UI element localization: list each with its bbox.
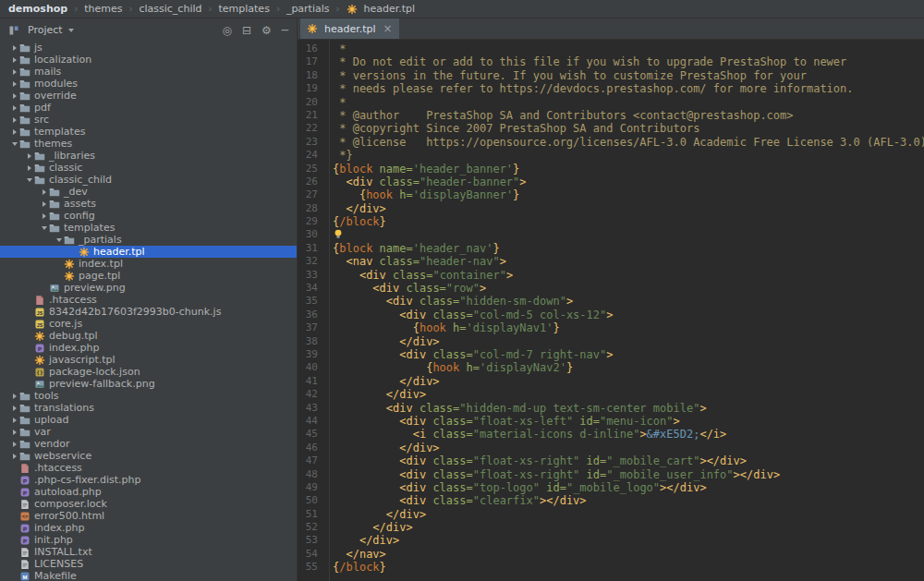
code-line[interactable]: 50 <div class="clearfix"></div> — [298, 494, 924, 507]
locate-file-icon[interactable]: ◎ — [222, 25, 231, 36]
code-line[interactable]: 54 </nav> — [298, 548, 924, 561]
tree-item[interactable]: .htaccess — [0, 462, 297, 474]
chevron-right-icon[interactable] — [9, 393, 19, 399]
tree-item[interactable]: .htaccess — [0, 294, 297, 306]
chevron-right-icon[interactable] — [9, 442, 19, 447]
tree-item[interactable]: header.tpl — [0, 246, 297, 258]
code-line[interactable]: 51 </div> — [298, 508, 924, 521]
code-line[interactable]: 23 * @license https://opensource.org/lic… — [298, 136, 924, 149]
tree-item[interactable]: { }package-lock.json — [0, 366, 297, 378]
tree-item[interactable]: debug.tpl — [0, 330, 297, 342]
code-line[interactable]: 17 * Do not edit or add to this file if … — [298, 55, 924, 68]
tree-item[interactable]: JScore.js — [0, 318, 297, 330]
code-line[interactable]: 28 </div> — [298, 202, 924, 215]
code-line[interactable]: 45 <i class="material-icons d-inline">&#… — [298, 428, 924, 441]
code-line[interactable]: 32 <nav class="header-nav"> — [298, 255, 924, 268]
tree-item[interactable]: Pinit.php — [0, 534, 297, 546]
chevron-right-icon[interactable] — [9, 418, 19, 423]
tree-item[interactable]: webservice — [0, 450, 297, 462]
tree-item[interactable]: config — [0, 210, 297, 222]
tree-item[interactable]: Pindex.php — [0, 522, 297, 534]
code-line[interactable]: 34 <div class="row"> — [298, 282, 924, 295]
code-line[interactable]: 16 * — [298, 42, 924, 55]
tree-item[interactable]: assets — [0, 198, 297, 210]
tree-item[interactable]: Pautoload.php — [0, 486, 297, 498]
code-line[interactable]: 25{block name='header_banner'} — [298, 163, 924, 176]
tree-item[interactable]: vendor — [0, 438, 297, 450]
settings-gear-icon[interactable]: ⚙ — [261, 25, 272, 36]
chevron-right-icon[interactable] — [39, 189, 49, 195]
tree-item[interactable]: var — [0, 426, 297, 438]
editor-tab[interactable]: header.tpl× — [300, 18, 399, 39]
breadcrumb-item[interactable]: templates — [218, 3, 269, 15]
tree-item[interactable]: index.tpl — [0, 258, 297, 270]
code-line[interactable]: 47 <div class="float-xs-right" id="_mobi… — [298, 454, 924, 467]
code-line[interactable]: 41 </div> — [298, 375, 924, 388]
code-line[interactable]: 36 <div class="col-md-5 col-xs-12"> — [298, 309, 924, 321]
code-line[interactable]: 42 </div> — [298, 388, 924, 401]
tree-item[interactable]: src — [0, 114, 297, 126]
code-line[interactable]: 44 <div class="float-xs-left" id="menu-i… — [298, 415, 924, 428]
code-line[interactable]: 33 <div class="container"> — [298, 269, 924, 282]
code-line[interactable]: 27 {hook h='displayBanner'} — [298, 188, 924, 201]
tree-item[interactable]: templates — [0, 126, 297, 138]
code-line[interactable]: 37 {hook h='displayNav1'} — [298, 321, 924, 334]
tree-item[interactable]: pdf — [0, 102, 297, 114]
code-line[interactable]: 39 <div class="col-md-7 right-nav"> — [298, 348, 924, 361]
code-line[interactable]: 52 </div> — [298, 521, 924, 534]
tree-item[interactable]: modules — [0, 78, 297, 90]
tree-item[interactable]: _libraries — [0, 150, 297, 162]
chevron-right-icon[interactable] — [9, 430, 19, 435]
code-line[interactable]: 31{block name='header_nav'} — [298, 242, 924, 255]
tree-item[interactable]: tools — [0, 390, 297, 402]
tree-item[interactable]: js — [0, 42, 297, 54]
code-line[interactable]: 40 {hook h='displayNav2'} — [298, 361, 924, 374]
tree-item[interactable]: classic — [0, 162, 297, 174]
tree-item[interactable]: classic_child — [0, 174, 297, 186]
collapse-all-icon[interactable]: ⊟ — [242, 25, 251, 36]
code-line[interactable]: 24 *} — [298, 149, 924, 162]
code-line[interactable]: 18 * versions in the future. If you wish… — [298, 69, 924, 82]
tree-item[interactable]: templates — [0, 222, 297, 234]
tree-item[interactable]: translations — [0, 402, 297, 414]
chevron-down-icon[interactable] — [24, 178, 34, 182]
tree-item[interactable]: localization — [0, 54, 297, 66]
chevron-right-icon[interactable] — [24, 153, 34, 159]
chevron-down-icon[interactable] — [39, 226, 49, 230]
project-panel-title[interactable]: Project — [28, 24, 63, 36]
code-line[interactable]: 35 <div class="hidden-sm-down"> — [298, 295, 924, 308]
tree-item[interactable]: JS8342d42b17603f2993b0-chunk.js — [0, 306, 297, 318]
tab-close-icon[interactable]: × — [383, 22, 393, 35]
code-line[interactable]: 38 </div> — [298, 335, 924, 348]
code-line[interactable]: 30 — [298, 228, 924, 241]
hide-panel-icon[interactable]: ─ — [282, 25, 288, 36]
intention-bulb-icon[interactable] — [333, 228, 344, 242]
code-line[interactable]: 55{/block} — [298, 561, 924, 574]
tree-item[interactable]: themes — [0, 138, 297, 150]
chevron-right-icon[interactable] — [9, 129, 19, 135]
tree-item[interactable]: mails — [0, 66, 297, 78]
tree-item[interactable]: LICENSES — [0, 558, 297, 570]
tree-item[interactable]: preview.png — [0, 282, 297, 294]
tree-item[interactable]: INSTALL.txt — [0, 546, 297, 558]
code-line[interactable]: 48 <div class="float-xs-right" id="_mobi… — [298, 468, 924, 481]
code-line[interactable]: 19 * needs please refer to https://devdo… — [298, 82, 924, 95]
chevron-right-icon[interactable] — [9, 405, 19, 411]
chevron-down-icon[interactable] — [54, 238, 64, 242]
chevron-right-icon[interactable] — [24, 165, 34, 171]
breadcrumb-item[interactable]: classic_child — [139, 3, 201, 15]
chevron-right-icon[interactable] — [9, 117, 19, 123]
code-line[interactable]: 20 * — [298, 96, 924, 109]
tree-item[interactable]: _partials — [0, 234, 297, 246]
code-line[interactable]: 43 <div class="hidden-md-up text-sm-cent… — [298, 402, 924, 415]
chevron-down-icon[interactable] — [68, 29, 74, 32]
tree-item[interactable]: upload — [0, 414, 297, 426]
chevron-right-icon[interactable] — [9, 93, 19, 99]
chevron-right-icon[interactable] — [39, 201, 49, 207]
code-line[interactable]: 26 <div class="header-banner"> — [298, 176, 924, 188]
tree-item[interactable]: page.tpl — [0, 270, 297, 282]
tree-item[interactable]: override — [0, 90, 297, 102]
chevron-right-icon[interactable] — [9, 454, 19, 459]
breadcrumb-item[interactable]: header.tpl — [346, 3, 416, 15]
chevron-right-icon[interactable] — [9, 69, 19, 75]
